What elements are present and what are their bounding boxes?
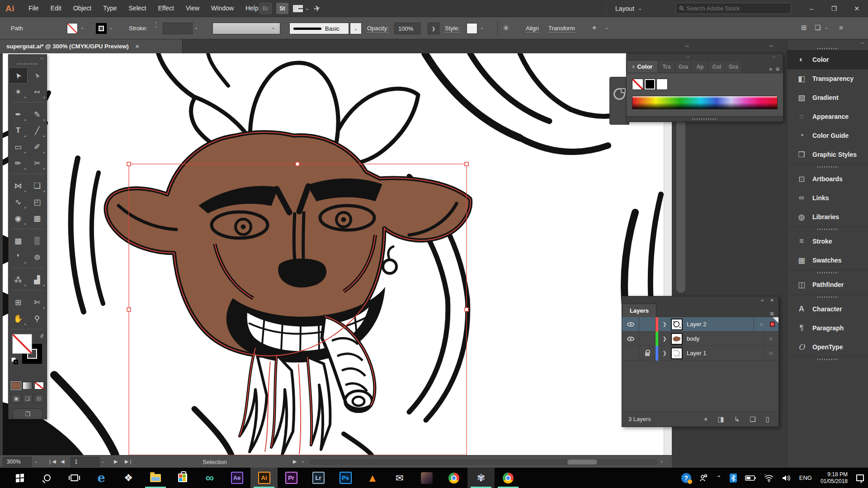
volume-tray-icon[interactable] bbox=[778, 468, 795, 488]
edge-taskbar-icon[interactable]: e bbox=[88, 468, 115, 488]
horizontal-scrollbar[interactable] bbox=[310, 459, 658, 465]
scroll-left-icon[interactable]: ‹ bbox=[302, 459, 304, 464]
photoshop-taskbar-icon[interactable]: Ps bbox=[332, 468, 359, 488]
visibility-toggle[interactable] bbox=[622, 332, 639, 346]
expand-layer-icon[interactable]: ❯ bbox=[658, 321, 671, 327]
battery-tray-icon[interactable] bbox=[741, 468, 760, 488]
tab-color[interactable]: ◊ Color bbox=[627, 60, 658, 73]
bridge-button[interactable]: Br bbox=[259, 3, 272, 14]
close-tab-icon[interactable]: ✕ bbox=[135, 43, 140, 50]
infinity-app-taskbar-icon[interactable]: ∞ bbox=[196, 468, 223, 488]
none-swatch[interactable] bbox=[632, 79, 643, 90]
expand-layer-icon[interactable]: ❯ bbox=[658, 336, 671, 342]
task-view-button[interactable] bbox=[61, 468, 88, 488]
workspace-grid-icon[interactable]: ⊞ bbox=[801, 23, 807, 32]
collapse-dock-icon[interactable]: ‹‹ bbox=[787, 39, 868, 47]
tray-overflow-button[interactable]: ⌃ bbox=[712, 468, 726, 488]
mesh-tool[interactable]: ▩ bbox=[9, 233, 28, 249]
layer-name[interactable]: Layer 1 bbox=[687, 350, 763, 357]
white-swatch[interactable] bbox=[656, 79, 668, 90]
gpu-performance-icon[interactable]: ✈ bbox=[313, 3, 321, 14]
menu-edit[interactable]: Edit bbox=[45, 0, 67, 17]
menu-select[interactable]: Select bbox=[123, 0, 152, 17]
chrome2-taskbar-icon[interactable] bbox=[495, 468, 522, 488]
tab-layers[interactable]: Layers bbox=[622, 304, 656, 317]
new-sublayer-icon[interactable]: ↳ bbox=[734, 415, 740, 423]
rectangle-tool[interactable]: ▭ bbox=[9, 139, 28, 155]
type-tool[interactable]: T bbox=[9, 122, 28, 139]
lock-toggle[interactable] bbox=[639, 346, 656, 361]
free-transform-tool[interactable]: ◰ bbox=[28, 194, 47, 210]
menu-effect[interactable]: Effect bbox=[152, 0, 180, 17]
new-layer-icon[interactable]: ❏ bbox=[750, 415, 755, 423]
column-graph-tool[interactable]: ▟ bbox=[28, 272, 47, 288]
menu-object[interactable]: Object bbox=[67, 0, 97, 17]
selection-tool[interactable]: ➤ bbox=[9, 67, 28, 84]
collapse-tools-icon[interactable]: ‹‹ bbox=[9, 55, 47, 62]
dock-item-gradient[interactable]: ▧Gradient bbox=[787, 88, 868, 107]
menu-window[interactable]: Window bbox=[205, 0, 240, 17]
stroke-weight-stepper[interactable]: ⌃⌄ bbox=[155, 23, 158, 28]
collapse-panel-icon[interactable]: ‹‹ bbox=[686, 55, 690, 59]
game-taskbar-icon[interactable] bbox=[413, 468, 440, 488]
artboard-tool[interactable]: ⊞ bbox=[9, 294, 28, 310]
panel-menu-icon[interactable]: ≡ bbox=[770, 310, 778, 317]
chevron-down-icon[interactable]: ⌄ bbox=[109, 25, 113, 30]
layer-name[interactable]: Layer 2 bbox=[687, 321, 754, 328]
eyedropper-tool[interactable]: ❜ bbox=[9, 249, 28, 265]
premiere-taskbar-icon[interactable]: Pr bbox=[278, 468, 305, 488]
tab-overflow-icon[interactable]: » bbox=[769, 66, 772, 72]
zoom-tool[interactable]: ⚲ bbox=[28, 310, 47, 327]
slice-tool[interactable]: ✄ bbox=[28, 294, 47, 310]
collapse-panel-icon[interactable]: ‹‹ bbox=[772, 55, 776, 59]
stock-button[interactable]: St bbox=[276, 3, 288, 14]
chrome-taskbar-icon[interactable] bbox=[440, 468, 467, 488]
layer-row-layer2[interactable]: ❯ Layer 2 ○ bbox=[622, 317, 778, 332]
zoom-level-field[interactable]: 300% bbox=[3, 457, 32, 467]
panel-resize-grip[interactable] bbox=[627, 116, 783, 122]
black-swatch[interactable] bbox=[644, 79, 656, 90]
lasso-tool[interactable]: ∾ bbox=[28, 84, 47, 100]
blend-tool[interactable]: ⊚ bbox=[28, 249, 47, 265]
visibility-toggle[interactable] bbox=[622, 346, 639, 361]
scroll-right-icon[interactable]: › bbox=[661, 459, 663, 464]
tab-graphic-styles[interactable]: Gra bbox=[725, 61, 742, 73]
chevron-right-icon[interactable]: ❯ bbox=[428, 23, 439, 34]
dock-item-swatches[interactable]: ▦Swatches bbox=[787, 251, 868, 270]
scissors-tool[interactable]: ✂ bbox=[28, 155, 47, 171]
locate-object-icon[interactable]: ⌖ bbox=[704, 415, 708, 423]
menu-type[interactable]: Type bbox=[97, 0, 123, 17]
target-circle-icon[interactable]: ○ bbox=[763, 346, 778, 361]
variable-width-profile[interactable]: Basic bbox=[289, 23, 349, 34]
width-tool[interactable]: ∿ bbox=[9, 194, 28, 210]
dock-item-stroke[interactable]: ≡Stroke bbox=[787, 232, 868, 251]
paint-taskbar-icon[interactable]: ✾ bbox=[467, 468, 495, 488]
close-button[interactable]: ✕ bbox=[845, 0, 868, 17]
pen-tool[interactable]: ✒ bbox=[9, 106, 28, 122]
layer-row-body[interactable]: ❯ body ○ bbox=[622, 332, 778, 346]
perspective-grid-tool[interactable]: ▦ bbox=[28, 210, 47, 226]
dock-item-paragraph[interactable]: ¶Paragraph bbox=[787, 319, 868, 338]
collapse-panels-icon[interactable]: ‹‹ bbox=[685, 43, 689, 48]
chevron-down-icon[interactable]: ⌄ bbox=[350, 23, 362, 34]
chevron-down-icon[interactable]: ⌄ bbox=[101, 459, 105, 464]
menu-file[interactable]: File bbox=[23, 0, 45, 17]
scroll-right-icon[interactable]: ▶ bbox=[293, 459, 297, 465]
style-swatch[interactable] bbox=[467, 23, 477, 34]
lightroom-taskbar-icon[interactable]: Lr bbox=[305, 468, 332, 488]
vlc-taskbar-icon[interactable]: ▲ bbox=[359, 468, 386, 488]
fill-swatch[interactable] bbox=[67, 23, 78, 34]
dock-item-color[interactable]: ◐Color bbox=[787, 50, 868, 69]
panel-menu-icon[interactable]: ≡ bbox=[776, 66, 779, 73]
symbol-sprayer-tool[interactable]: ⁂ bbox=[9, 272, 28, 288]
fill-color-swatch[interactable] bbox=[12, 334, 32, 354]
draw-normal-mode[interactable]: ▣ bbox=[11, 394, 21, 403]
panel-drag-strip[interactable]: ‹‹ ‹‹ bbox=[627, 54, 783, 60]
chevron-down-icon[interactable]: ⌄ bbox=[80, 25, 84, 30]
magic-wand-tool[interactable]: ✶ bbox=[9, 84, 28, 100]
scale-tool[interactable]: ❏ bbox=[28, 178, 47, 194]
tab-color-guide[interactable]: Col bbox=[708, 61, 725, 73]
recolor-artwork-icon[interactable]: ✳ bbox=[503, 23, 509, 33]
file-explorer-taskbar-icon[interactable] bbox=[142, 468, 169, 488]
previous-artboard-icon[interactable]: ◀ bbox=[61, 459, 64, 465]
